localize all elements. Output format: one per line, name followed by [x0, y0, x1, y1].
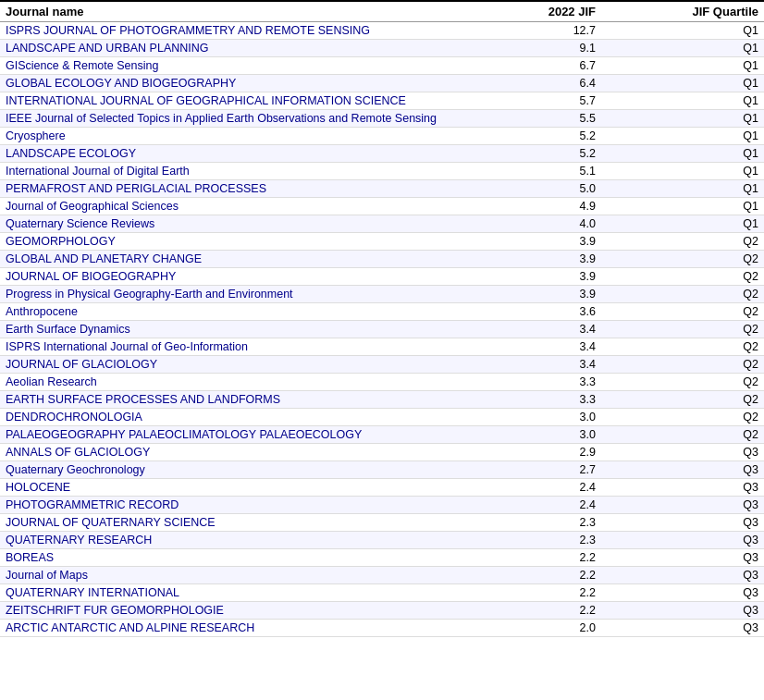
- jif-cell: 3.4: [481, 338, 601, 356]
- journal-name-cell[interactable]: Quaternary Geochronology: [0, 461, 481, 479]
- table-row: HOLOCENE2.4Q3: [0, 479, 764, 497]
- jif-cell: 3.4: [481, 356, 601, 374]
- journal-name-cell[interactable]: HOLOCENE: [0, 479, 481, 497]
- quartile-cell: Q2: [601, 391, 764, 409]
- table-row: DENDROCHRONOLOGIA3.0Q2: [0, 409, 764, 426]
- quartile-cell: Q2: [601, 356, 764, 374]
- quartile-cell: Q3: [601, 479, 764, 497]
- quartile-cell: Q2: [601, 409, 764, 426]
- quartile-cell: Q1: [601, 198, 764, 215]
- quartile-cell: Q3: [601, 549, 764, 567]
- jif-cell: 2.9: [481, 444, 601, 461]
- journal-name-cell[interactable]: Aeolian Research: [0, 374, 481, 391]
- table-row: PERMAFROST AND PERIGLACIAL PROCESSES5.0Q…: [0, 180, 764, 198]
- jif-cell: 2.7: [481, 461, 601, 479]
- table-row: GLOBAL AND PLANETARY CHANGE3.9Q2: [0, 251, 764, 268]
- quartile-cell: Q1: [601, 92, 764, 110]
- table-row: EARTH SURFACE PROCESSES AND LANDFORMS3.3…: [0, 391, 764, 409]
- journal-name-cell[interactable]: Cryosphere: [0, 128, 481, 145]
- table-row: JOURNAL OF QUATERNARY SCIENCE2.3Q3: [0, 514, 764, 532]
- journal-name-cell[interactable]: Journal of Maps: [0, 567, 481, 584]
- table-row: Progress in Physical Geography-Earth and…: [0, 286, 764, 303]
- quartile-cell: Q3: [601, 444, 764, 461]
- jif-cell: 5.2: [481, 128, 601, 145]
- quartile-cell: Q3: [601, 514, 764, 532]
- jif-cell: 5.5: [481, 110, 601, 128]
- quartile-cell: Q3: [601, 532, 764, 549]
- jif-cell: 5.0: [481, 180, 601, 198]
- table-row: PALAEOGEOGRAPHY PALAEOCLIMATOLOGY PALAEO…: [0, 426, 764, 444]
- jif-cell: 3.0: [481, 409, 601, 426]
- jif-cell: 2.2: [481, 567, 601, 584]
- journal-name-cell[interactable]: PHOTOGRAMMETRIC RECORD: [0, 497, 481, 514]
- jif-cell: 3.9: [481, 286, 601, 303]
- journal-name-cell[interactable]: Quaternary Science Reviews: [0, 215, 481, 233]
- journal-name-cell[interactable]: JOURNAL OF QUATERNARY SCIENCE: [0, 514, 481, 532]
- quartile-cell: Q3: [601, 567, 764, 584]
- journal-name-cell[interactable]: GIScience & Remote Sensing: [0, 57, 481, 75]
- journal-name-cell[interactable]: LANDSCAPE AND URBAN PLANNING: [0, 40, 481, 57]
- journal-name-cell[interactable]: GLOBAL ECOLOGY AND BIOGEOGRAPHY: [0, 75, 481, 92]
- journal-name-cell[interactable]: ISPRS JOURNAL OF PHOTOGRAMMETRY AND REMO…: [0, 22, 481, 40]
- jif-cell: 3.9: [481, 268, 601, 286]
- table-row: QUATERNARY INTERNATIONAL2.2Q3: [0, 584, 764, 602]
- journal-table: Journal name 2022 JIF JIF Quartile ISPRS…: [0, 0, 764, 637]
- journal-name-cell[interactable]: JOURNAL OF GLACIOLOGY: [0, 356, 481, 374]
- table-row: ZEITSCHRIFT FUR GEOMORPHOLOGIE2.2Q3: [0, 602, 764, 620]
- quartile-cell: Q2: [601, 251, 764, 268]
- table-row: QUATERNARY RESEARCH2.3Q3: [0, 532, 764, 549]
- quartile-cell: Q3: [601, 620, 764, 637]
- table-row: GEOMORPHOLOGY3.9Q2: [0, 233, 764, 251]
- journal-name-cell[interactable]: PALAEOGEOGRAPHY PALAEOCLIMATOLOGY PALAEO…: [0, 426, 481, 444]
- journal-name-cell[interactable]: GEOMORPHOLOGY: [0, 233, 481, 251]
- jif-cell: 3.9: [481, 233, 601, 251]
- quartile-cell: Q2: [601, 303, 764, 321]
- journal-name-cell[interactable]: JOURNAL OF BIOGEOGRAPHY: [0, 268, 481, 286]
- quartile-cell: Q1: [601, 40, 764, 57]
- journal-name-cell[interactable]: IEEE Journal of Selected Topics in Appli…: [0, 110, 481, 128]
- journal-name-cell[interactable]: Progress in Physical Geography-Earth and…: [0, 286, 481, 303]
- table-row: JOURNAL OF BIOGEOGRAPHY3.9Q2: [0, 268, 764, 286]
- table-row: ISPRS International Journal of Geo-Infor…: [0, 338, 764, 356]
- quartile-cell: Q2: [601, 286, 764, 303]
- journal-name-cell[interactable]: ZEITSCHRIFT FUR GEOMORPHOLOGIE: [0, 602, 481, 620]
- journal-name-cell[interactable]: Journal of Geographical Sciences: [0, 198, 481, 215]
- quartile-cell: Q2: [601, 321, 764, 338]
- journal-name-cell[interactable]: DENDROCHRONOLOGIA: [0, 409, 481, 426]
- table-row: PHOTOGRAMMETRIC RECORD2.4Q3: [0, 497, 764, 514]
- jif-cell: 2.4: [481, 479, 601, 497]
- journal-name-cell[interactable]: LANDSCAPE ECOLOGY: [0, 145, 481, 163]
- journal-name-cell[interactable]: Anthropocene: [0, 303, 481, 321]
- journal-name-cell[interactable]: QUATERNARY INTERNATIONAL: [0, 584, 481, 602]
- table-row: GIScience & Remote Sensing6.7Q1: [0, 57, 764, 75]
- jif-cell: 2.2: [481, 584, 601, 602]
- journal-name-cell[interactable]: EARTH SURFACE PROCESSES AND LANDFORMS: [0, 391, 481, 409]
- quartile-cell: Q3: [601, 497, 764, 514]
- jif-cell: 3.9: [481, 251, 601, 268]
- jif-cell: 3.0: [481, 426, 601, 444]
- journal-name-cell[interactable]: International Journal of Digital Earth: [0, 163, 481, 180]
- journal-name-cell[interactable]: INTERNATIONAL JOURNAL OF GEOGRAPHICAL IN…: [0, 92, 481, 110]
- journal-name-cell[interactable]: Earth Surface Dynamics: [0, 321, 481, 338]
- journal-name-cell[interactable]: BOREAS: [0, 549, 481, 567]
- quartile-cell: Q1: [601, 163, 764, 180]
- journal-name-cell[interactable]: ISPRS International Journal of Geo-Infor…: [0, 338, 481, 356]
- jif-cell: 4.9: [481, 198, 601, 215]
- journal-name-cell[interactable]: PERMAFROST AND PERIGLACIAL PROCESSES: [0, 180, 481, 198]
- table-row: ARCTIC ANTARCTIC AND ALPINE RESEARCH2.0Q…: [0, 620, 764, 637]
- table-row: BOREAS2.2Q3: [0, 549, 764, 567]
- journal-name-cell[interactable]: GLOBAL AND PLANETARY CHANGE: [0, 251, 481, 268]
- jif-cell: 2.0: [481, 620, 601, 637]
- table-row: Cryosphere5.2Q1: [0, 128, 764, 145]
- header-quartile: JIF Quartile: [601, 1, 764, 22]
- journal-name-cell[interactable]: ARCTIC ANTARCTIC AND ALPINE RESEARCH: [0, 620, 481, 637]
- jif-cell: 12.7: [481, 22, 601, 40]
- quartile-cell: Q1: [601, 180, 764, 198]
- journal-name-cell[interactable]: ANNALS OF GLACIOLOGY: [0, 444, 481, 461]
- quartile-cell: Q1: [601, 110, 764, 128]
- jif-cell: 3.6: [481, 303, 601, 321]
- jif-cell: 2.4: [481, 497, 601, 514]
- quartile-cell: Q1: [601, 57, 764, 75]
- journal-name-cell[interactable]: QUATERNARY RESEARCH: [0, 532, 481, 549]
- quartile-cell: Q1: [601, 22, 764, 40]
